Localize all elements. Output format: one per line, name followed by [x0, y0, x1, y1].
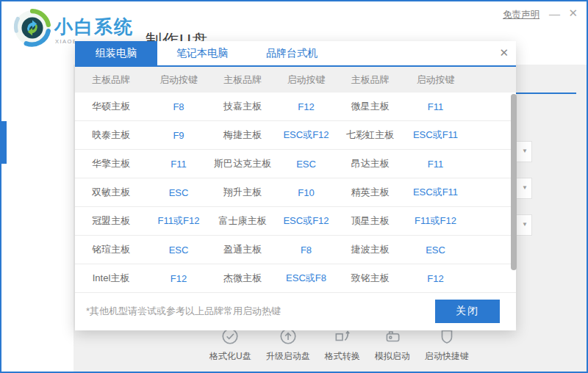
boot-key-cell: F11 [403, 101, 468, 112]
board-brand-cell: 映泰主板 [75, 128, 147, 142]
board-brand-cell: 七彩虹主板 [337, 128, 403, 142]
brand-subtitle: XIAOBAISYSTEM [55, 38, 75, 45]
board-brand-cell: 翔升主板 [210, 186, 275, 199]
table-row: 冠盟主板F11或F12富士康主板ESC或F12顶星主板F11或F12 [75, 207, 516, 236]
toolbar: 格式化U盘 升级启动盘 格式转换 模拟启动 启动快捷键 [209, 327, 469, 363]
table-row: 华擎主板F11斯巴达克主板ESC昂达主板F11 [75, 150, 516, 178]
board-brand-cell: 斯巴达克主板 [210, 157, 275, 170]
table-row: 华硕主板F8技嘉主板F12微星主板F11 [75, 93, 516, 121]
table-row: 铭瑄主板ESC盈通主板F8捷波主板ESC [75, 236, 516, 264]
toolbar-item-label: 格式转换 [325, 350, 360, 363]
toolbar-item-label: 升级启动盘 [266, 350, 310, 363]
tab-brand-desktop[interactable]: 品牌台式机 [247, 41, 337, 65]
board-brand-cell: 铭瑄主板 [75, 243, 147, 256]
board-brand-cell: 冠盟主板 [75, 214, 147, 228]
boot-key-cell: F11或F12 [403, 214, 468, 228]
table-header: 主板品牌 启动按键 主板品牌 启动按键 主板品牌 启动按键 [75, 67, 516, 93]
dialog-footer: *其他机型请尝试或参考以上品牌常用启动热键 关闭 [75, 293, 516, 330]
header-cell: 启动按键 [147, 73, 210, 87]
app-window: { "header": { "brand": "小白系统", "brand_su… [0, 0, 588, 373]
boot-key-cell: F8 [275, 245, 337, 256]
board-brand-cell: 富士康主板 [210, 214, 275, 228]
board-brand-cell: 杰微主板 [210, 272, 275, 285]
toolbar-item-label: 格式化U盘 [209, 350, 251, 363]
boot-hotkey-dialog: 组装电脑 笔记本电脑 品牌台式机 ✕ 主板品牌 启动按键 主板品牌 启动按键 主… [75, 41, 516, 330]
tab-laptop[interactable]: 笔记本电脑 [157, 41, 247, 65]
board-brand-cell: 致铭主板 [337, 272, 403, 285]
table-scrollbar[interactable] [511, 94, 517, 270]
toolbar-item-label: 模拟启动 [375, 350, 410, 363]
boot-key-cell: ESC [275, 159, 337, 170]
board-brand-cell: 顶星主板 [337, 214, 403, 228]
tab-assembled-pc[interactable]: 组装电脑 [75, 41, 157, 65]
boot-key-cell: F11 [147, 159, 210, 170]
header-cell: 主板品牌 [337, 73, 403, 87]
boot-key-cell: ESC或F11 [403, 128, 468, 142]
chevron-down-icon: ▼ [522, 148, 528, 154]
header-cell: 启动按键 [275, 73, 337, 87]
boot-key-cell: ESC或F12 [275, 128, 337, 142]
toolbar-item-simulate-boot[interactable]: 模拟启动 [375, 327, 410, 363]
boot-key-cell: F11 [403, 159, 468, 170]
table-row: 映泰主板F9梅捷主板ESC或F12七彩虹主板ESC或F11 [75, 121, 516, 150]
window-close-button[interactable]: ✕ [568, 7, 578, 20]
boot-key-cell: ESC [147, 245, 210, 256]
chevron-down-icon: ▼ [522, 185, 528, 191]
toolbar-item-boot-hotkey[interactable]: 启动快捷键 [425, 327, 469, 363]
header-cell: 启动按键 [403, 73, 468, 87]
board-brand-cell: 双敏主板 [75, 186, 147, 199]
brand-name: 小白系统 [54, 15, 134, 39]
board-brand-cell: 技嘉主板 [210, 100, 275, 113]
boot-key-cell: ESC [403, 245, 468, 256]
boot-key-cell: F8 [147, 101, 210, 112]
disclaimer-link[interactable]: 免责声明 [503, 9, 539, 21]
dialog-close-button[interactable]: 关闭 [435, 300, 500, 323]
board-brand-cell: Intel主板 [75, 272, 147, 285]
header-cell: 主板品牌 [75, 73, 147, 87]
chevron-down-icon: ▼ [522, 222, 528, 228]
toolbar-item-label: 启动快捷键 [425, 350, 469, 363]
minimize-button[interactable]: — [549, 7, 560, 20]
boot-key-cell: F9 [147, 130, 210, 141]
toolbar-item-format-convert[interactable]: 格式转换 [325, 327, 360, 363]
dialog-tabs: 组装电脑 笔记本电脑 品牌台式机 ✕ [75, 41, 516, 67]
boot-key-cell: ESC或F8 [275, 272, 337, 285]
boot-key-cell: F10 [275, 187, 337, 198]
boot-key-cell: ESC或F11 [403, 186, 468, 199]
boot-key-cell: F12 [147, 273, 210, 284]
board-brand-cell: 华擎主板 [75, 157, 147, 170]
boot-key-cell: ESC或F12 [275, 214, 337, 228]
table-row: 双敏主板ESC翔升主板F10精英主板ESC或F11 [75, 178, 516, 207]
toolbar-item-format-usb[interactable]: 格式化U盘 [209, 327, 251, 363]
board-brand-cell: 梅捷主板 [210, 128, 275, 142]
hotkey-table: 华硕主板F8技嘉主板F12微星主板F11映泰主板F9梅捷主板ESC或F12七彩虹… [75, 93, 516, 293]
board-brand-cell: 盈通主板 [210, 243, 275, 256]
board-brand-cell: 昂达主板 [337, 157, 403, 170]
board-brand-cell: 华硕主板 [75, 100, 147, 113]
board-brand-cell: 精英主板 [337, 186, 403, 199]
boot-key-cell: ESC [147, 187, 210, 198]
boot-key-cell: F12 [275, 101, 337, 112]
board-brand-cell: 微星主板 [337, 100, 403, 113]
boot-key-cell: F11或F12 [147, 214, 210, 228]
brand-logo-icon [12, 8, 52, 48]
board-brand-cell: 捷波主板 [337, 243, 403, 256]
sidebar-active-indicator [1, 121, 7, 164]
table-row: Intel主板F12杰微主板ESC或F8致铭主板F12 [75, 264, 516, 293]
dialog-close-icon[interactable]: ✕ [499, 47, 509, 58]
dialog-footnote: *其他机型请尝试或参考以上品牌常用启动热键 [86, 305, 281, 318]
toolbar-item-upgrade-boot-disk[interactable]: 升级启动盘 [266, 327, 310, 363]
header-cell: 主板品牌 [210, 73, 275, 87]
sidebar [1, 65, 74, 372]
boot-key-cell: F12 [403, 273, 468, 284]
